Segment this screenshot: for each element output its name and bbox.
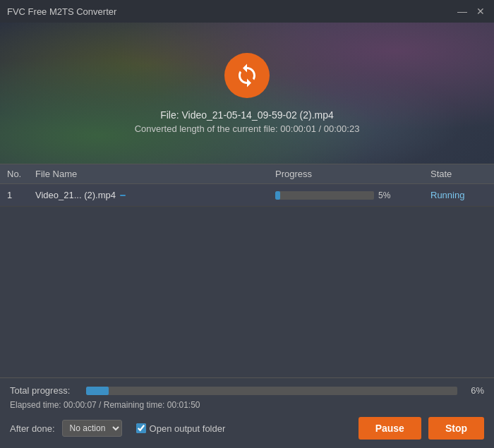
elapsed-row: Elapsed time: 00:00:07 / Remaining time:… xyxy=(10,400,484,410)
window-controls: — ✕ xyxy=(456,5,487,18)
total-progress-bar-container xyxy=(86,387,457,395)
after-done-label: After done: xyxy=(10,423,55,434)
row-progress-pct: 5% xyxy=(378,190,398,200)
action-row: After done: No action Open output folder… xyxy=(10,417,484,440)
total-progress-bar-fill xyxy=(86,387,109,395)
open-folder-wrap: Open output folder xyxy=(136,423,226,434)
row-progress-cell: 5% xyxy=(275,190,430,200)
total-progress-label: Total progress: xyxy=(10,385,80,396)
row-filename-cell: Video_21... (2).mp4 xyxy=(35,190,275,200)
file-tag xyxy=(120,195,126,196)
open-folder-label: Open output folder xyxy=(150,423,226,434)
col-header-no: No. xyxy=(7,169,35,179)
pause-button[interactable]: Pause xyxy=(359,417,421,440)
total-progress-pct: 6% xyxy=(463,385,484,396)
file-name-display: File: Video_21-05-14_09-59-02 (2).mp4 xyxy=(135,109,360,121)
row-progress-bar-fill xyxy=(275,191,280,200)
table-row: 1 Video_21... (2).mp4 5% Running xyxy=(0,184,494,207)
bottom-section: Total progress: 6% Elapsed time: 00:00:0… xyxy=(0,377,494,448)
hero-section: File: Video_21-05-14_09-59-02 (2).mp4 Co… xyxy=(0,23,494,164)
open-folder-checkbox[interactable] xyxy=(136,423,146,433)
row-no: 1 xyxy=(7,190,35,200)
table-header: No. File Name Progress State xyxy=(0,164,494,184)
row-filename-text: Video_21... (2).mp4 xyxy=(35,190,116,200)
row-progress-bar-container xyxy=(275,191,374,200)
app-title: FVC Free M2TS Converter xyxy=(7,6,116,17)
title-bar: FVC Free M2TS Converter — ✕ xyxy=(0,0,494,23)
minimize-button[interactable]: — xyxy=(456,5,469,18)
stop-button[interactable]: Stop xyxy=(428,417,484,440)
col-header-filename: File Name xyxy=(35,169,275,179)
elapsed-text: Elapsed time: 00:00:07 / Remaining time:… xyxy=(10,400,200,410)
col-header-progress: Progress xyxy=(275,169,430,179)
col-header-state: State xyxy=(430,169,487,179)
after-done-select[interactable]: No action xyxy=(62,420,122,437)
total-progress-row: Total progress: 6% xyxy=(10,385,484,396)
converted-length-display: Converted length of the current file: 00… xyxy=(135,123,360,134)
hero-text: File: Video_21-05-14_09-59-02 (2).mp4 Co… xyxy=(135,109,360,134)
row-state: Running xyxy=(430,190,487,200)
close-button[interactable]: ✕ xyxy=(474,5,487,18)
convert-icon-circle xyxy=(224,53,270,98)
convert-icon xyxy=(234,63,260,88)
